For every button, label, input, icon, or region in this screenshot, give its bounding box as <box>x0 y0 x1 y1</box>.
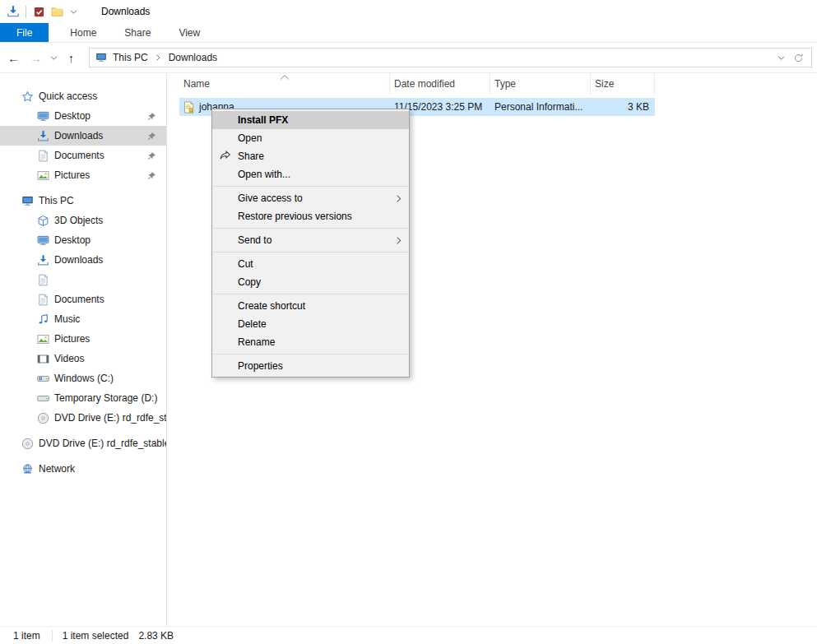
context-menu: Install PFX Open Share Open with... Give… <box>211 109 410 378</box>
sort-ascending-icon <box>280 75 290 80</box>
breadcrumb-this-pc[interactable]: This PC <box>107 52 154 63</box>
menu-item-open[interactable]: Open <box>212 129 409 147</box>
column-header-type[interactable]: Type <box>490 73 591 95</box>
customize-qat-chevron[interactable] <box>67 10 80 14</box>
menu-separator <box>213 228 408 229</box>
status-selected-count: 1 item selected <box>63 630 129 642</box>
status-divider <box>52 630 53 642</box>
sidebar-thispc-windows-c[interactable]: Windows (C:) <box>0 368 166 388</box>
sidebar-thispc-3d-objects[interactable]: 3D Objects <box>0 211 166 230</box>
downloads-icon <box>37 130 49 142</box>
new-folder-icon <box>51 6 63 18</box>
sidebar-this-pc[interactable]: This PC <box>0 191 166 211</box>
sidebar-section-gap <box>0 453 166 459</box>
recent-locations-chevron[interactable] <box>47 56 60 60</box>
tab-home[interactable]: Home <box>56 23 110 42</box>
document-icon <box>37 274 49 286</box>
sidebar-quick-access-desktop[interactable]: Desktop <box>0 106 166 126</box>
menu-item-rename[interactable]: Rename <box>212 333 409 351</box>
pin-icon <box>147 132 156 141</box>
menu-item-install-pfx[interactable]: Install PFX <box>212 111 409 129</box>
status-selected-size: 2.83 KB <box>138 630 174 642</box>
sidebar-thispc-videos[interactable]: Videos <box>0 349 166 368</box>
sidebar-quick-access-downloads[interactable]: Downloads <box>0 126 166 146</box>
menu-separator <box>213 252 408 253</box>
quick-access-star-icon <box>21 90 34 103</box>
this-pc-icon <box>21 195 34 207</box>
drive-icon <box>37 392 49 405</box>
pictures-icon <box>37 333 49 345</box>
back-button[interactable]: ← <box>2 51 25 65</box>
menu-item-restore-previous-versions[interactable]: Restore previous versions <box>212 207 409 225</box>
pin-icon <box>147 151 156 160</box>
menu-item-share[interactable]: Share <box>212 147 409 165</box>
sidebar-thispc-music[interactable]: Music <box>0 309 166 329</box>
menu-item-send-to[interactable]: Send to <box>212 231 409 249</box>
sidebar-quick-access[interactable]: Quick access <box>0 86 166 106</box>
downloads-icon <box>37 254 49 266</box>
navigation-bar: ← → ↑ This PC Downloads <box>0 43 817 73</box>
sidebar-thispc-documents[interactable]: Documents <box>0 290 166 309</box>
column-header-size[interactable]: Size <box>591 73 655 95</box>
this-pc-icon <box>95 52 107 63</box>
sidebar-thispc-dvd-drive-e[interactable]: DVD Drive (E:) rd_rdfe_stable <box>0 408 166 428</box>
chevron-down-icon <box>50 56 58 60</box>
sidebar-thispc-pictures[interactable]: Pictures <box>0 329 166 349</box>
chevron-down-icon <box>70 10 77 14</box>
sidebar-quick-access-pictures[interactable]: Pictures <box>0 165 166 185</box>
sidebar-thispc-unnamed[interactable] <box>0 270 166 290</box>
new-folder-qat-button[interactable] <box>48 2 66 21</box>
tab-file[interactable]: File <box>0 23 49 42</box>
address-bar[interactable]: This PC Downloads <box>89 48 812 67</box>
navigation-pane: Quick access Desktop Downloads Documents… <box>0 73 167 626</box>
pin-icon <box>147 171 156 180</box>
menu-item-copy[interactable]: Copy <box>212 273 409 291</box>
document-icon <box>37 150 49 162</box>
column-headers: Name Date modified Type Size <box>179 73 817 95</box>
breadcrumb-downloads[interactable]: Downloads <box>163 52 223 63</box>
tab-share[interactable]: Share <box>110 23 165 42</box>
menu-item-cut[interactable]: Cut <box>212 255 409 273</box>
tab-view[interactable]: View <box>165 23 214 42</box>
windows-drive-icon <box>37 373 49 385</box>
menu-item-properties[interactable]: Properties <box>212 357 409 375</box>
status-items-count: 1 item <box>13 630 40 642</box>
properties-check-icon <box>33 6 45 18</box>
sidebar-dvd-drive-e[interactable]: DVD Drive (E:) rd_rdfe_stable.T <box>0 433 166 453</box>
menu-item-give-access-to[interactable]: Give access to <box>212 189 409 207</box>
videos-icon <box>37 353 49 365</box>
sidebar-quick-access-documents[interactable]: Documents <box>0 146 166 165</box>
menu-item-open-with[interactable]: Open with... <box>212 165 409 183</box>
downloads-app-icon <box>4 2 22 21</box>
submenu-arrow-icon <box>396 236 402 245</box>
address-dropdown-chevron[interactable] <box>778 56 785 60</box>
sidebar-thispc-temporary-storage-d[interactable]: Temporary Storage (D:) <box>0 388 166 408</box>
status-bar: 1 item 1 item selected 2.83 KB <box>0 626 817 644</box>
3d-objects-icon <box>37 215 49 227</box>
menu-separator <box>213 294 408 294</box>
breadcrumb-chevron-icon[interactable] <box>155 53 162 62</box>
sidebar-thispc-downloads[interactable]: Downloads <box>0 250 166 270</box>
sidebar-network[interactable]: Network <box>0 459 166 479</box>
desktop-icon <box>37 110 49 123</box>
sidebar-section-gap <box>0 428 166 433</box>
refresh-icon[interactable] <box>793 53 804 63</box>
column-header-date-modified[interactable]: Date modified <box>390 73 490 95</box>
forward-button[interactable]: → <box>25 51 47 65</box>
file-type: Personal Informati... <box>490 101 591 113</box>
ribbon-tabs: File Home Share View <box>0 23 817 43</box>
pictures-icon <box>37 169 49 182</box>
window-title: Downloads <box>101 6 150 17</box>
pin-icon <box>147 112 156 121</box>
menu-item-delete[interactable]: Delete <box>212 315 409 333</box>
file-size: 3 KB <box>591 101 655 113</box>
menu-item-create-shortcut[interactable]: Create shortcut <box>212 297 409 315</box>
sidebar-thispc-desktop[interactable]: Desktop <box>0 230 166 250</box>
pfx-certificate-icon <box>183 101 195 114</box>
up-button[interactable]: ↑ <box>60 51 82 65</box>
properties-qat-button[interactable] <box>30 2 48 21</box>
titlebar: Downloads <box>0 0 817 23</box>
submenu-arrow-icon <box>396 194 402 203</box>
column-header-name[interactable]: Name <box>179 73 390 95</box>
menu-separator <box>213 186 408 187</box>
